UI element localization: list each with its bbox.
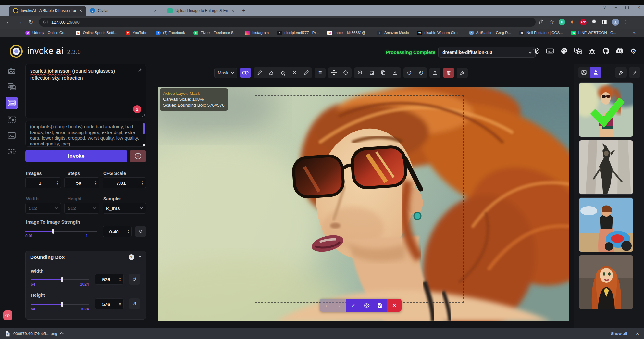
cfg-scale-input[interactable]: 7.01 ▴▾ — [103, 177, 146, 188]
cancel-button[interactable]: ✕ — [130, 150, 146, 162]
adblock-extension-icon[interactable]: ABP — [580, 19, 587, 25]
steps-input[interactable]: 50 ▴▾ — [64, 177, 99, 188]
download-menu-chevron-icon[interactable] — [60, 332, 63, 335]
bookmark-star-icon[interactable]: ☆ — [549, 19, 554, 26]
i2i-strength-input[interactable]: 0.40 ▴▾ — [103, 226, 132, 237]
gallery-settings-button[interactable] — [615, 67, 627, 78]
previous-image-button[interactable]: ← — [322, 302, 333, 308]
bookmark-item[interactable]: AArtStation - Greg R... — [469, 31, 511, 35]
bookmark-item[interactable]: WLINE WEBTOON - G... — [571, 31, 616, 35]
eraser-tool-button[interactable] — [266, 68, 277, 78]
i2i-reset-button[interactable]: ↺ — [135, 226, 146, 237]
forward-button[interactable]: → — [14, 19, 25, 25]
negative-prompt-input[interactable]: ((implants)) (large boobs) nude bad anat… — [25, 121, 146, 147]
mask-options-button[interactable] — [240, 68, 251, 78]
language-translate-icon[interactable]: A — [574, 47, 582, 55]
sampler-select[interactable]: k_lms — [103, 203, 146, 214]
tab-text-to-image[interactable]: A — [6, 64, 18, 77]
bounding-box-header[interactable]: Bounding Box ? — [26, 251, 146, 263]
layer-select[interactable]: Mask — [214, 68, 237, 78]
bookmarks-overflow-icon[interactable]: » — [633, 31, 636, 35]
gallery-pin-button[interactable] — [629, 67, 640, 78]
report-bug-icon[interactable] — [588, 47, 596, 55]
tab-close-icon[interactable]: ✕ — [79, 8, 83, 14]
tab-training[interactable] — [6, 145, 18, 158]
height-select[interactable]: 512 — [64, 203, 99, 214]
redo-button[interactable]: ↻ — [415, 68, 427, 78]
tab-unified-canvas[interactable] — [6, 97, 18, 109]
download-image-button[interactable] — [390, 68, 401, 78]
bookmark-item[interactable]: MInbox - klk56831@... — [327, 31, 369, 35]
save-staged-image-button[interactable] — [374, 303, 385, 308]
collapse-chevron-icon[interactable] — [139, 256, 142, 259]
scrollbar[interactable] — [143, 123, 145, 134]
gallery-thumbnail-selected[interactable] — [579, 82, 633, 137]
gallery-thumbnail[interactable] — [579, 197, 633, 252]
new-tab-button[interactable]: + — [242, 7, 245, 14]
tab-search-icon[interactable]: ∨ — [603, 5, 606, 10]
colorzilla-extension-icon[interactable]: C — [559, 19, 565, 25]
gallery-thumbnail[interactable] — [579, 140, 633, 195]
width-select[interactable]: 512 — [25, 203, 61, 214]
bookmark-item[interactable]: f(7) Facebook — [156, 31, 185, 35]
stepper-arrows[interactable]: ▴▾ — [117, 302, 123, 306]
next-image-button[interactable]: → — [333, 302, 344, 308]
bbox-width-input[interactable]: 576 ▴▾ — [95, 274, 124, 285]
gallery-thumbnail[interactable] — [579, 255, 633, 309]
bbox-height-input[interactable]: 576 ▴▾ — [95, 298, 124, 309]
bookmark-item[interactable]: Instagram — [245, 31, 269, 35]
stepper-arrows[interactable]: ▴▾ — [117, 277, 123, 281]
accept-image-button[interactable]: ✓ — [348, 302, 359, 308]
tab-nodes[interactable] — [6, 113, 18, 125]
volume-extension-icon[interactable] — [570, 19, 576, 25]
tab-close-icon[interactable]: ✕ — [231, 8, 235, 14]
reset-view-button[interactable] — [340, 68, 351, 78]
hotkeys-keyboard-icon[interactable] — [546, 47, 554, 55]
tab-image-to-image[interactable] — [6, 81, 18, 93]
model-manager-cube-icon[interactable] — [533, 47, 540, 55]
stepper-arrows[interactable]: ▴▾ — [93, 181, 99, 185]
i2i-strength-slider[interactable] — [25, 231, 97, 232]
model-select[interactable]: dreamlike-diffusion-1.0 — [438, 47, 536, 58]
bookmark-item[interactable]: ♪Amazon Music — [377, 31, 409, 35]
bookmark-item[interactable]: ✦discipleneil777 - Pr... — [277, 31, 319, 35]
bookmark-item[interactable]: cgNeil Fontaine | CGS... — [519, 31, 563, 35]
settings-gear-icon[interactable]: ⚙ — [630, 48, 636, 55]
canvas-settings-button[interactable] — [457, 68, 468, 78]
stepper-arrows[interactable]: ▴▾ — [54, 181, 61, 185]
move-tool-button[interactable] — [328, 68, 340, 78]
invoke-button[interactable]: Invoke — [25, 150, 127, 162]
help-icon[interactable]: ? — [129, 254, 134, 260]
extensions-puzzle-icon[interactable] — [591, 19, 597, 25]
discard-image-button[interactable]: ✕ — [387, 299, 402, 312]
stepper-arrows[interactable]: ▴▾ — [139, 181, 146, 185]
tab-upload-image[interactable]: Upload Image to Enlarge & Enha ✕ — [164, 6, 238, 16]
tab-invokeai[interactable]: InvokeAI - A Stable Diffusion Too ✕ — [9, 6, 86, 16]
brush-tool-button[interactable] — [254, 68, 265, 78]
show-hide-image-button[interactable] — [361, 302, 372, 308]
upload-image-button[interactable] — [429, 68, 440, 78]
darkreader-extension-icon[interactable] — [601, 19, 607, 25]
bookmark-item[interactable]: Wdisable Wacom Circ... — [417, 31, 460, 35]
images-input[interactable]: 1 ▴▾ — [25, 177, 61, 188]
gallery-results-tab[interactable] — [590, 67, 601, 78]
show-all-downloads-link[interactable]: Show all — [611, 332, 627, 336]
bookmark-item[interactable]: fiFiverr - Freelance S... — [193, 31, 237, 35]
resize-handle[interactable] — [143, 144, 145, 146]
close-window-button[interactable]: ✕ — [637, 5, 641, 10]
browser-menu-icon[interactable]: ⋮ — [624, 19, 628, 25]
bbox-height-reset-button[interactable]: ↺ — [129, 298, 140, 309]
site-info-icon[interactable]: i — [43, 20, 48, 24]
bookmark-item[interactable]: UUdemy - Online Co... — [25, 31, 67, 35]
prompt-input[interactable]: scarlett johansson (round sunglasses)ref… — [25, 64, 146, 118]
console-toggle-button[interactable]: </> — [3, 310, 12, 320]
tab-close-icon[interactable]: ✕ — [153, 8, 157, 14]
bbox-width-slider[interactable] — [31, 279, 89, 280]
restore-button[interactable] — [625, 6, 629, 9]
undo-button[interactable]: ↺ — [404, 68, 415, 78]
bookmark-item[interactable]: BOnline Sports Betti... — [76, 31, 117, 35]
bookmark-item[interactable]: ▶YouTube — [126, 31, 147, 35]
color-picker-tool-button[interactable] — [301, 68, 312, 78]
brush-options-button[interactable]: ≡ — [315, 68, 326, 78]
theme-palette-icon[interactable] — [561, 47, 568, 55]
